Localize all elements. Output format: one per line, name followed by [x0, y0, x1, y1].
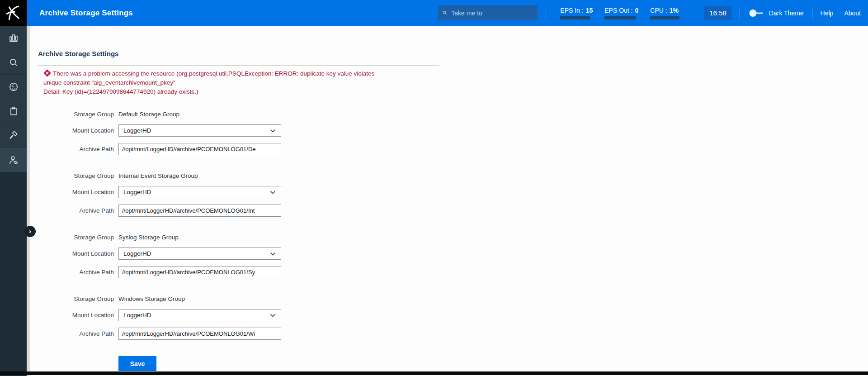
cpu-stat: CPU :1%	[650, 7, 682, 19]
storage-group-name: Windows Storage Group	[118, 295, 185, 302]
archive-path-label: Archive Path	[38, 269, 114, 276]
mount-location-value: LoggerHD	[123, 312, 151, 319]
divider	[740, 7, 740, 19]
error-line-1: There was a problem accessing the resour…	[53, 70, 374, 77]
cpu-value: 1%	[670, 7, 679, 14]
eps-out-stat: EPS Out :0	[604, 7, 638, 19]
archive-path-label: Archive Path	[38, 330, 114, 337]
storage-group-label: Storage Group	[38, 172, 114, 179]
chevron-down-icon	[270, 314, 276, 318]
archive-path-input[interactable]	[118, 266, 281, 278]
archive-path-input[interactable]	[118, 205, 281, 217]
heading-divider	[38, 65, 439, 66]
divider	[696, 7, 696, 19]
theme-toggle-label: Dark Theme	[769, 10, 804, 17]
storage-group-label: Storage Group	[38, 111, 114, 118]
storage-group-section: Storage Group Default Storage Group Moun…	[38, 110, 868, 155]
chevron-down-icon	[270, 129, 276, 133]
toggle-switch-icon	[748, 8, 765, 19]
sidebar-item-dashboards[interactable]	[0, 26, 27, 50]
mount-location-label: Mount Location	[38, 312, 114, 319]
error-message: There was a problem accessing the resour…	[43, 69, 450, 96]
save-button[interactable]: Save	[118, 356, 156, 371]
top-bar-right: EPS In :15 EPS Out :0 CPU :1% 16:58 Dark…	[438, 5, 868, 20]
storage-group-section: Storage Group Windows Storage Group Moun…	[38, 295, 868, 340]
divider	[546, 7, 546, 19]
chevron-down-icon	[270, 252, 276, 256]
archive-path-input[interactable]	[118, 143, 281, 155]
storage-group-name: Internal Event Storage Group	[118, 172, 198, 179]
search-icon	[443, 9, 447, 17]
divider	[812, 7, 812, 19]
collapsed-panel-strip	[27, 26, 30, 376]
sidebar-item-admin[interactable]	[0, 148, 27, 172]
app-window: Archive Storage Settings EPS In :15 EPS …	[0, 0, 868, 376]
archive-settings-form: Storage Group Default Storage Group Moun…	[38, 110, 868, 371]
mount-location-value: LoggerHD	[123, 189, 151, 195]
top-bar: Archive Storage Settings EPS In :15 EPS …	[0, 0, 868, 26]
main-content: Archive Storage Settings There was a pro…	[30, 26, 868, 376]
eps-out-sparkline-bar	[604, 16, 636, 19]
cpu-label: CPU :	[650, 7, 667, 14]
archive-path-label: Archive Path	[38, 207, 114, 214]
chevron-down-icon	[270, 190, 276, 195]
cpu-sparkline-bar	[650, 16, 679, 19]
about-link[interactable]: About	[844, 10, 861, 17]
mount-location-select[interactable]: LoggerHD	[118, 124, 281, 137]
app-logo[interactable]	[0, 0, 27, 26]
mount-location-select[interactable]: LoggerHD	[118, 309, 281, 321]
sidebar-item-analyze[interactable]	[0, 75, 27, 99]
storage-group-section: Storage Group Internal Event Storage Gro…	[38, 171, 868, 217]
mount-location-value: LoggerHD	[123, 250, 151, 257]
theme-toggle[interactable]: Dark Theme	[748, 8, 804, 19]
eps-in-stat: EPS In :15	[560, 7, 593, 19]
content-heading: Archive Storage Settings	[38, 50, 868, 57]
page-title: Archive Storage Settings	[39, 9, 133, 18]
clipboard-icon	[8, 105, 19, 117]
gavel-icon	[8, 130, 19, 142]
archive-path-input[interactable]	[118, 328, 281, 340]
gauge-icon	[8, 81, 19, 93]
mount-location-value: LoggerHD	[123, 127, 151, 134]
search-icon	[8, 57, 19, 68]
error-line-2: unique constraint "alg_eventarchivemount…	[43, 79, 175, 86]
storage-group-section: Storage Group Syslog Storage Group Mount…	[38, 233, 868, 278]
bar-chart-icon	[8, 32, 19, 44]
sidebar-item-configuration[interactable]	[0, 124, 27, 148]
search-input[interactable]	[451, 10, 533, 17]
mount-location-select[interactable]: LoggerHD	[118, 247, 281, 260]
mount-location-label: Mount Location	[38, 127, 114, 134]
expand-menu-button[interactable]: ›	[24, 226, 36, 237]
archive-path-label: Archive Path	[38, 146, 114, 152]
storage-group-name: Syslog Storage Group	[118, 234, 179, 241]
error-diamond-icon	[43, 69, 51, 77]
user-gear-icon	[8, 154, 19, 166]
eps-in-value: 15	[586, 7, 593, 14]
clock-display: 16:58	[704, 6, 731, 20]
eps-out-value: 0	[635, 7, 638, 14]
search-box[interactable]	[438, 5, 538, 20]
sidebar-item-reports[interactable]	[0, 99, 27, 124]
storage-group-name: Default Storage Group	[118, 111, 179, 118]
help-link[interactable]: Help	[821, 10, 834, 17]
storage-group-label: Storage Group	[38, 234, 114, 241]
chevron-right-icon: ›	[29, 227, 31, 235]
arcsight-logo-icon	[4, 3, 23, 23]
mount-location-label: Mount Location	[38, 189, 114, 195]
mount-location-label: Mount Location	[38, 250, 114, 257]
eps-in-label: EPS In :	[560, 7, 583, 14]
sidebar-item-search[interactable]	[0, 50, 27, 75]
eps-out-label: EPS Out :	[604, 7, 632, 14]
error-line-3: Detail: Key (id)=(1224979098644774920) a…	[43, 88, 198, 95]
bottom-bar	[0, 371, 868, 375]
eps-in-sparkline-bar	[560, 16, 590, 19]
storage-group-label: Storage Group	[38, 295, 114, 302]
mount-location-select[interactable]: LoggerHD	[118, 186, 281, 198]
nav-sidebar	[0, 26, 27, 376]
